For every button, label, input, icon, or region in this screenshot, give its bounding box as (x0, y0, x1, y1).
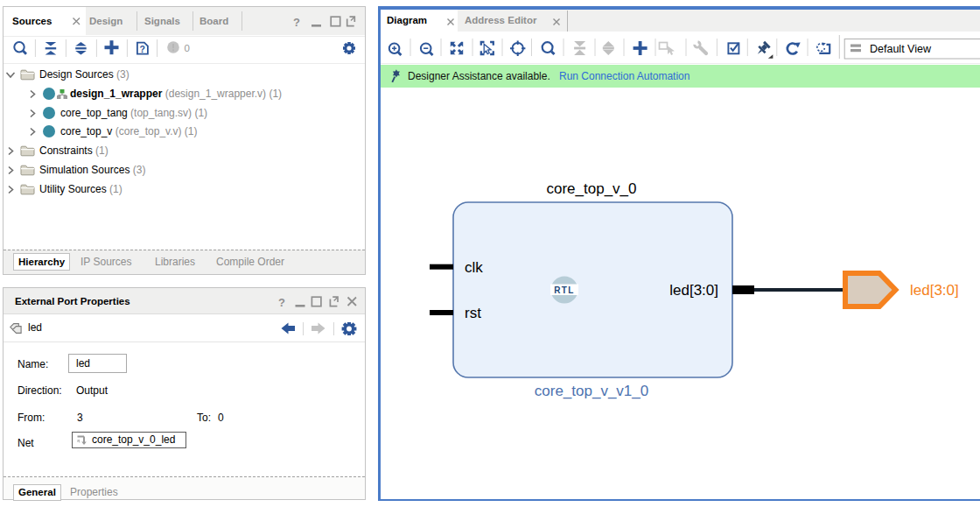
svg-text:rst: rst (465, 305, 481, 321)
svg-text:led[3:0]: led[3:0] (669, 282, 718, 299)
svg-text:?: ? (278, 296, 285, 309)
svg-text:led[3:0]: led[3:0] (910, 282, 959, 299)
svg-text:Default View: Default View (870, 43, 932, 55)
svg-text:0: 0 (185, 43, 190, 53)
svg-text:?: ? (293, 16, 300, 29)
svg-text:?: ? (139, 44, 144, 54)
svg-text:core_top_v_v1_0: core_top_v_v1_0 (535, 383, 648, 399)
svg-text:core_top_v_0: core_top_v_0 (546, 180, 636, 197)
svg-text:clk: clk (465, 259, 483, 276)
svg-text:RTL: RTL (554, 285, 575, 295)
